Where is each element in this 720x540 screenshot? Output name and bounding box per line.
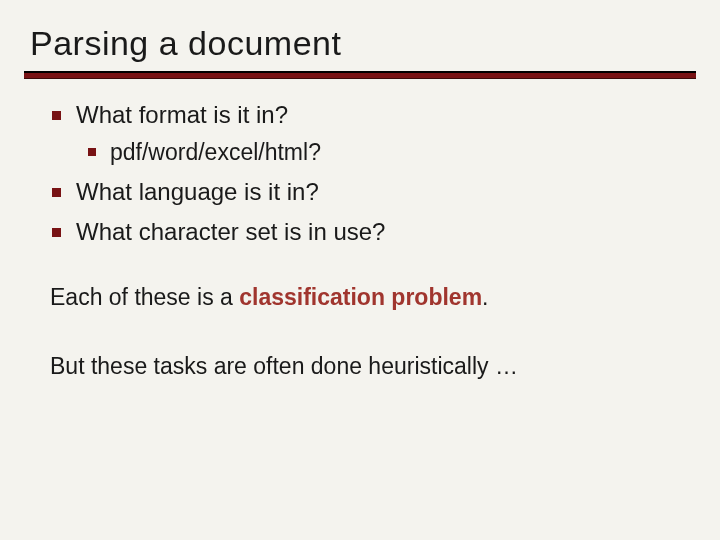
slide-title: Parsing a document	[0, 0, 720, 71]
paragraph-classification: Each of these is a classification proble…	[40, 284, 680, 311]
list-item: What character set is in use?	[40, 214, 680, 250]
list-item: What language is it in?	[40, 174, 680, 210]
para-text-suffix: .	[482, 284, 488, 310]
emphasis-text: classification problem	[239, 284, 482, 310]
bullet-text: What language is it in?	[76, 178, 319, 205]
bullet-text: pdf/word/excel/html?	[110, 139, 321, 165]
list-item: pdf/word/excel/html?	[76, 135, 680, 170]
sub-bullet-list: pdf/word/excel/html?	[76, 135, 680, 170]
title-divider	[24, 71, 696, 79]
para-text-prefix: Each of these is a	[50, 284, 239, 310]
bullet-text: What format is it in?	[76, 101, 288, 128]
slide-body: What format is it in? pdf/word/excel/htm…	[0, 79, 720, 380]
list-item: What format is it in? pdf/word/excel/htm…	[40, 97, 680, 170]
bullet-list: What format is it in? pdf/word/excel/htm…	[40, 97, 680, 250]
paragraph-heuristic: But these tasks are often done heuristic…	[40, 353, 680, 380]
bullet-text: What character set is in use?	[76, 218, 385, 245]
